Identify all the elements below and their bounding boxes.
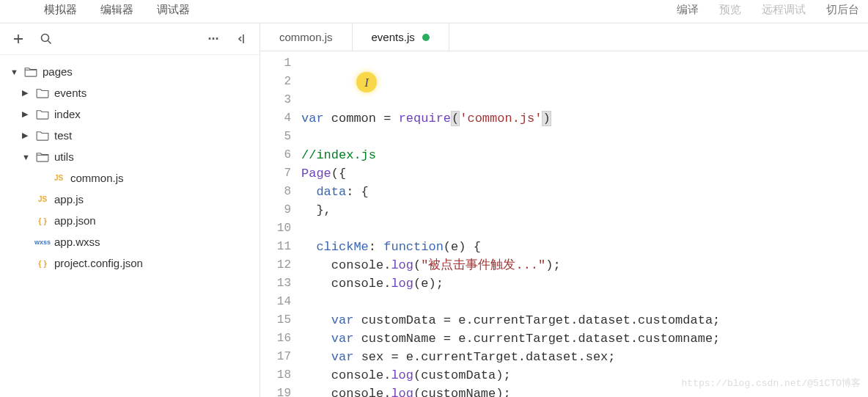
- watermark-text: https://blog.csdn.net/@51CTO博客: [682, 374, 861, 393]
- line-number: 11: [260, 238, 291, 256]
- tab-label: common.js: [279, 31, 333, 43]
- json-file-icon: { }: [35, 259, 50, 268]
- tree-item-label: app.wxss: [54, 236, 100, 248]
- tree-item-app-js[interactable]: JSapp.js: [0, 189, 260, 210]
- editor-tabs: common.jsevents.js: [260, 23, 868, 51]
- line-number: 6: [260, 146, 291, 164]
- tree-item-label: events: [54, 87, 87, 99]
- menu-simulator[interactable]: 模拟器: [44, 3, 77, 17]
- line-number: 5: [260, 128, 291, 146]
- tree-item-label: app.json: [54, 214, 96, 227]
- line-number: 9: [260, 201, 291, 219]
- js-file-icon: JS: [35, 195, 50, 203]
- line-number: 15: [260, 311, 291, 329]
- line-number: 17: [260, 348, 291, 366]
- tree-item-app-json[interactable]: { }app.json: [0, 210, 260, 231]
- tab-label: events.js: [372, 31, 415, 43]
- search-button[interactable]: [38, 31, 54, 47]
- folder-icon: [35, 152, 50, 162]
- tree-item-label: project.config.json: [54, 257, 143, 269]
- top-menu-right: 编译 预览 远程调试 切后台: [677, 3, 868, 17]
- menu-compile[interactable]: 编译: [677, 3, 699, 17]
- menu-remote-debug[interactable]: 远程调试: [762, 3, 806, 17]
- code-line[interactable]: var sex = e.currentTarget.dataset.sex;: [301, 348, 868, 366]
- code-content[interactable]: I var common = require('common.js') //in…: [301, 51, 868, 397]
- tab-events-js[interactable]: events.js: [353, 23, 449, 51]
- code-line[interactable]: data: {: [301, 183, 868, 201]
- folder-icon: [35, 131, 50, 141]
- line-number: 12: [260, 256, 291, 274]
- folder-icon: [35, 88, 50, 98]
- tree-item-common-js[interactable]: JScommon.js: [0, 167, 260, 189]
- tab-common-js[interactable]: common.js: [260, 23, 353, 51]
- editor-area: common.jsevents.js 123456789101112131415…: [260, 23, 868, 397]
- sidebar-toolbar: ···: [0, 23, 260, 55]
- line-number: 19: [260, 385, 291, 397]
- code-line[interactable]: clickMe: function(e) {: [301, 238, 868, 256]
- tree-item-label: index: [54, 108, 81, 120]
- sidebar: ··· ▼pages▶events▶index▶test▼utilsJScomm…: [0, 23, 260, 397]
- tree-item-pages[interactable]: ▼pages: [0, 61, 260, 82]
- folder-icon: [35, 109, 50, 120]
- menu-debugger[interactable]: 调试器: [157, 3, 190, 17]
- menu-preview[interactable]: 预览: [719, 3, 741, 17]
- tree-item-project-config-json[interactable]: { }project.config.json: [0, 252, 260, 274]
- line-number: 10: [260, 219, 291, 238]
- modified-indicator-icon: [422, 34, 430, 41]
- code-line[interactable]: Page({: [301, 164, 868, 183]
- main-area: ··· ▼pages▶events▶index▶test▼utilsJScomm…: [0, 23, 868, 397]
- tree-item-events[interactable]: ▶events: [0, 82, 260, 103]
- more-options-button[interactable]: ···: [205, 31, 221, 47]
- menu-editor[interactable]: 编辑器: [100, 3, 133, 17]
- collapse-sidebar-button[interactable]: [233, 31, 249, 47]
- file-tree[interactable]: ▼pages▶events▶index▶test▼utilsJScommon.j…: [0, 55, 260, 280]
- tree-item-utils[interactable]: ▼utils: [0, 146, 260, 167]
- code-line[interactable]: var customName = e.currentTarget.dataset…: [301, 329, 868, 348]
- line-number: 18: [260, 366, 291, 385]
- code-line[interactable]: //index.js: [301, 146, 868, 164]
- line-number: 16: [260, 329, 291, 348]
- line-gutter: 12345678910111213141516171819: [260, 51, 301, 397]
- tree-item-label: app.js: [54, 193, 84, 205]
- code-line[interactable]: [301, 128, 868, 146]
- tree-item-index[interactable]: ▶index: [0, 103, 260, 125]
- code-area[interactable]: 12345678910111213141516171819 I var comm…: [260, 51, 868, 397]
- top-menu-bar: 模拟器 编辑器 调试器 编译 预览 远程调试 切后台: [0, 0, 868, 23]
- wxss-file-icon: wxss: [35, 238, 50, 246]
- folder-icon: [23, 67, 38, 77]
- tree-item-label: test: [54, 129, 72, 142]
- line-number: 8: [260, 183, 291, 201]
- code-line[interactable]: },: [301, 201, 868, 219]
- json-file-icon: { }: [35, 216, 50, 225]
- svg-point-0: [42, 34, 49, 42]
- line-number: 3: [260, 91, 291, 109]
- line-number: 2: [260, 73, 291, 91]
- code-line[interactable]: var customData = e.currentTarget.dataset…: [301, 311, 868, 329]
- line-number: 4: [260, 109, 291, 128]
- js-file-icon: JS: [51, 174, 66, 182]
- code-line[interactable]: console.log(e);: [301, 274, 868, 293]
- add-file-button[interactable]: [10, 31, 26, 47]
- line-number: 14: [260, 293, 291, 311]
- code-line[interactable]: console.log("被点击事件触发...");: [301, 256, 868, 274]
- tree-item-label: utils: [54, 150, 74, 163]
- tree-item-app-wxss[interactable]: wxssapp.wxss: [0, 231, 260, 252]
- code-line[interactable]: [301, 219, 868, 238]
- code-line[interactable]: var common = require('common.js'): [301, 109, 868, 128]
- app-root: 模拟器 编辑器 调试器 编译 预览 远程调试 切后台 ···: [0, 0, 868, 397]
- line-number: 13: [260, 274, 291, 293]
- tree-item-label: pages: [43, 65, 73, 78]
- code-line[interactable]: [301, 293, 868, 311]
- line-number: 7: [260, 164, 291, 183]
- tree-item-test[interactable]: ▶test: [0, 125, 260, 146]
- cursor-highlight-icon: I: [356, 72, 377, 92]
- line-number: 1: [260, 54, 291, 73]
- tree-item-label: common.js: [70, 172, 124, 184]
- menu-background[interactable]: 切后台: [826, 3, 859, 17]
